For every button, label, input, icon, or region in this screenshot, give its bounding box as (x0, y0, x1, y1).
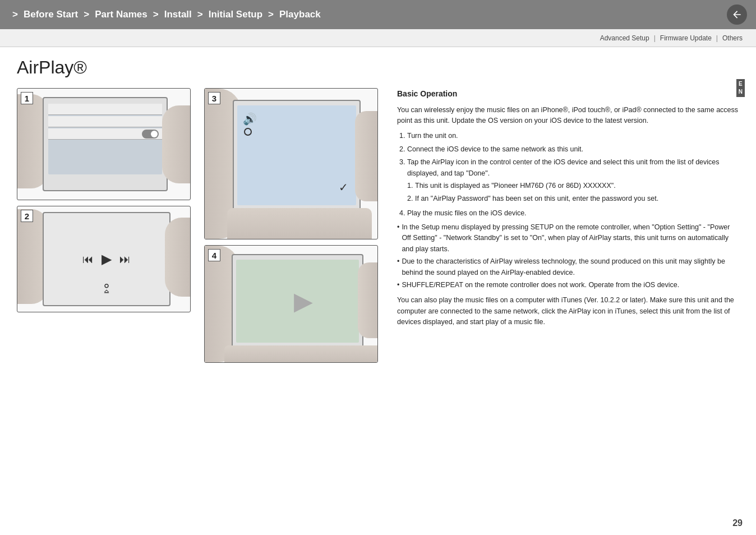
step-4: Play the music files on the iOS device. (407, 208, 739, 219)
nav-sep-1: > (82, 9, 90, 20)
nav-item-install[interactable]: Install (160, 9, 196, 20)
breadcrumb-sep-2: | (716, 34, 718, 42)
step3-bullets: This unit is displayed as "Pioneer HM76D… (415, 181, 739, 205)
breadcrumb-firmware-update: Firmware Update (660, 34, 712, 42)
steps-list: Turn the unit on. Connect the iOS device… (407, 131, 739, 219)
bullet-2: Due to the characteristics of AirPlay wi… (397, 256, 739, 278)
language-badge: EN (736, 79, 745, 97)
image-label-4: 4 (208, 249, 220, 261)
section-heading: Basic Operation (397, 88, 739, 100)
breadcrumb-others: Others (722, 34, 743, 42)
breadcrumb-sep-1: | (654, 34, 656, 42)
main-content: AirPlay® 1 (0, 47, 756, 535)
outro-text: You can also play the music files on a c… (397, 295, 739, 328)
step3-bullet-2: If an "AirPlay Password" has been set on… (415, 193, 739, 204)
step-1: Turn the unit on. (407, 131, 739, 141)
page-number: 29 (732, 518, 743, 528)
bullet-3: SHUFFLE/REPEAT on the remote controller … (397, 280, 739, 290)
image-box-3: 3 🔊 ✓ (204, 88, 378, 239)
nav-item-playback[interactable]: Playback (275, 9, 325, 20)
nav-sep-0: > (11, 9, 19, 20)
image-label-2: 2 (21, 210, 33, 222)
left-column: 1 (17, 88, 191, 525)
nav-item-initial-setup[interactable]: Initial Setup (204, 9, 267, 20)
nav-items: > Before Start > Part Names > Install > … (11, 9, 745, 20)
image-label-1: 1 (21, 92, 33, 104)
image-box-4: 4 ▶ (204, 245, 378, 363)
image-label-3: 3 (208, 92, 220, 104)
breadcrumb-advanced-setup: Advanced Setup (600, 34, 649, 42)
nav-sep-3: > (196, 9, 204, 20)
content-layout: 1 (17, 88, 739, 525)
nav-sep-4: > (267, 9, 275, 20)
page-title: AirPlay® (17, 57, 739, 78)
breadcrumb: Advanced Setup | Firmware Update | Other… (0, 29, 756, 47)
center-column: 3 🔊 ✓ (204, 88, 378, 525)
step3-bullet-1: This unit is displayed as "Pioneer HM76D… (415, 181, 739, 191)
intro-text: You can wirelessly enjoy the music files… (397, 105, 739, 127)
image-box-2: 2 ⏮ ▶ ⏭ (17, 206, 191, 312)
bullet-items: In the Setup menu displayed by pressing … (397, 222, 739, 290)
image-box-1: 1 (17, 88, 191, 200)
back-button[interactable] (727, 4, 747, 25)
top-navigation: > Before Start > Part Names > Install > … (0, 0, 756, 29)
nav-item-part-names[interactable]: Part Names (90, 9, 152, 20)
step-2: Connect the iOS device to the same netwo… (407, 144, 739, 155)
bullet-1: In the Setup menu displayed by pressing … (397, 222, 739, 255)
right-column: EN Basic Operation You can wirelessly en… (391, 88, 739, 525)
nav-sep-2: > (152, 9, 160, 20)
nav-item-before-start[interactable]: Before Start (19, 9, 82, 20)
step-3: Tap the AirPlay icon in the control cent… (407, 157, 739, 205)
